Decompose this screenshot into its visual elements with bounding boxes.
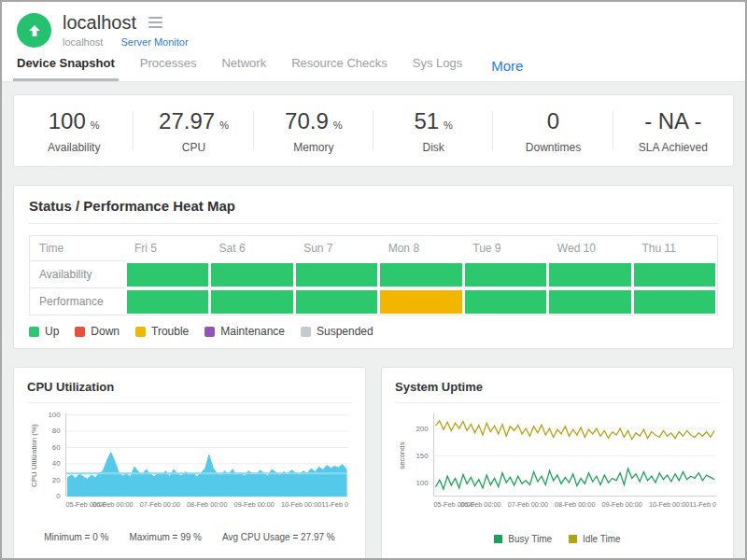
stat-value: 0 — [547, 108, 559, 134]
chart-svg: 02040608010005-Feb 00:0006-Feb 00:0007-F… — [27, 407, 352, 525]
heatmap-day-header: Mon 8 — [379, 236, 464, 260]
heatmap-title: Status / Performance Heat Map — [29, 198, 718, 224]
heatmap-cell-up[interactable] — [632, 287, 717, 315]
cpu-utilization-chart: 02040608010005-Feb 00:0006-Feb 00:0007-F… — [27, 407, 352, 528]
svg-text:07-Feb 00:00: 07-Feb 00:00 — [140, 500, 180, 509]
legend-swatch-maintenance — [204, 327, 215, 337]
legend-item-maintenance: Maintenance — [204, 325, 285, 338]
legend-label: Down — [91, 325, 120, 338]
legend-swatch-suspended — [301, 327, 311, 337]
svg-text:09-Feb 00:00: 09-Feb 00:00 — [601, 500, 641, 509]
svg-text:20: 20 — [52, 476, 61, 484]
cpu-summary-item: Maximum = 99 % — [129, 532, 202, 542]
uptime-chart-legend: Busy TimeIdle Time — [395, 534, 720, 544]
legend-item-up: Up — [29, 325, 59, 338]
uptime-legend-item-idle-time: Idle Time — [569, 534, 621, 544]
heatmap-row-availability: Availability — [30, 260, 717, 287]
tab-more[interactable]: More — [491, 58, 523, 81]
svg-text:100: 100 — [48, 411, 61, 419]
tab-processes[interactable]: Processes — [140, 56, 197, 81]
svg-text:200: 200 — [416, 425, 429, 433]
uptime-legend-swatch — [569, 535, 577, 543]
stat-downtimes: 0Downtimes — [493, 95, 613, 166]
stat-availability: 100%Availability — [14, 95, 134, 166]
heatmap-cell-up[interactable] — [125, 287, 210, 315]
heatmap-cell-up[interactable] — [294, 287, 379, 315]
heatmap-row-performance: Performance — [30, 287, 717, 315]
heatmap-cell-trouble[interactable] — [379, 287, 464, 315]
stat-disk: 51%Disk — [374, 95, 493, 166]
system-uptime-chart: 10015020005-Feb 00:0006-Feb 00:0007-Feb … — [395, 407, 720, 528]
stat-unit: % — [444, 119, 453, 131]
svg-text:07-Feb 00:00: 07-Feb 00:00 — [508, 500, 548, 509]
heatmap-cell-up[interactable] — [548, 287, 633, 315]
svg-text:seconds: seconds — [398, 441, 406, 469]
heatmap-cell-up[interactable] — [125, 260, 210, 287]
tab-device-snapshot[interactable]: Device Snapshot — [17, 56, 115, 81]
heatmap-table: TimeFri 5Sat 6Sun 7Mon 8Tue 9Wed 10Thu 1… — [29, 235, 718, 315]
legend-item-suspended: Suspended — [301, 325, 374, 338]
summary-stats-card: 100%Availability27.97%CPU70.9%Memory51%D… — [13, 94, 734, 167]
svg-text:80: 80 — [52, 427, 61, 435]
heatmap-cell-up[interactable] — [463, 287, 548, 315]
cpu-summary-item: Minimum = 0 % — [44, 532, 108, 542]
svg-text:150: 150 — [416, 452, 429, 460]
heatmap-cell-up[interactable] — [210, 260, 295, 287]
uptime-chart-title: System Uptime — [395, 380, 720, 403]
svg-text:11-Feb 0: 11-Feb 0 — [321, 500, 348, 509]
heatmap-row-label: Performance — [30, 287, 125, 315]
heatmap-cell-up[interactable] — [548, 260, 633, 287]
legend-label: Trouble — [151, 325, 189, 338]
breadcrumb: localhost Server Monitor — [63, 36, 189, 48]
cpu-summary-item: Avg CPU Usage = 27.97 % — [222, 532, 335, 542]
chart-svg: 10015020005-Feb 00:0006-Feb 00:0007-Feb … — [395, 407, 720, 525]
svg-text:06-Feb 00:00: 06-Feb 00:00 — [92, 500, 133, 509]
legend-item-trouble: Trouble — [135, 325, 189, 338]
heatmap-row-label: Availability — [30, 260, 125, 287]
tab-sys-logs[interactable]: Sys Logs — [413, 56, 462, 81]
stat-unit: % — [91, 119, 100, 131]
tab-resource-checks[interactable]: Resource Checks — [291, 56, 388, 81]
stat-value: 100 — [49, 108, 86, 134]
legend-swatch-trouble — [135, 327, 146, 337]
heatmap-header-row: TimeFri 5Sat 6Sun 7Mon 8Tue 9Wed 10Thu 1… — [30, 236, 717, 260]
series-busy-time — [436, 469, 715, 489]
svg-text:0: 0 — [56, 492, 61, 500]
main-content: 100%Availability27.97%CPU70.9%Memory51%D… — [2, 82, 745, 560]
legend-label: Up — [45, 325, 59, 338]
heatmap-day-header: Tue 9 — [463, 236, 548, 260]
series-idle-time — [436, 421, 715, 440]
stat-label: Memory — [293, 141, 333, 154]
legend-swatch-down — [75, 327, 85, 337]
heatmap-cell-up[interactable] — [294, 260, 379, 287]
svg-text:40: 40 — [52, 459, 61, 468]
heatmap-cell-up[interactable] — [210, 287, 295, 315]
cpu-chart-title: CPU Utilization — [27, 380, 352, 403]
stat-label: Disk — [422, 141, 444, 154]
breadcrumb-device: localhost — [63, 36, 103, 48]
tab-bar: Device SnapshotProcessesNetworkResource … — [17, 56, 730, 81]
monitor-status-icon — [17, 13, 51, 48]
heatmap-day-header: Sun 7 — [294, 236, 379, 260]
stat-value: 70.9 — [285, 108, 329, 134]
svg-text:CPU Utilization (%): CPU Utilization (%) — [30, 424, 38, 487]
uptime-legend-label: Busy Time — [508, 534, 552, 544]
heatmap-cell-up[interactable] — [463, 260, 548, 287]
svg-text:08-Feb 00:00: 08-Feb 00:00 — [187, 500, 227, 509]
heatmap-time-header: Time — [30, 236, 125, 260]
heatmap-legend: UpDownTroubleMaintenanceSuspended — [29, 325, 718, 338]
tab-network[interactable]: Network — [221, 56, 266, 81]
heatmap-cell-up[interactable] — [632, 260, 717, 287]
breadcrumb-monitor-type-link[interactable]: Server Monitor — [120, 36, 188, 48]
svg-text:10-Feb 00:00: 10-Feb 00:00 — [649, 500, 689, 509]
hamburger-menu-icon[interactable] — [148, 11, 163, 34]
stat-label: SLA Achieved — [639, 141, 708, 154]
uptime-legend-label: Idle Time — [583, 534, 621, 544]
svg-text:09-Feb 00:00: 09-Feb 00:00 — [233, 500, 274, 509]
legend-label: Suspended — [317, 325, 374, 338]
page-title: localhost — [63, 12, 136, 34]
svg-text:60: 60 — [52, 443, 61, 452]
heatmap-cell-up[interactable] — [379, 260, 464, 287]
svg-text:10-Feb 00:00: 10-Feb 00:00 — [281, 500, 321, 509]
stat-memory: 70.9%Memory — [254, 95, 374, 166]
